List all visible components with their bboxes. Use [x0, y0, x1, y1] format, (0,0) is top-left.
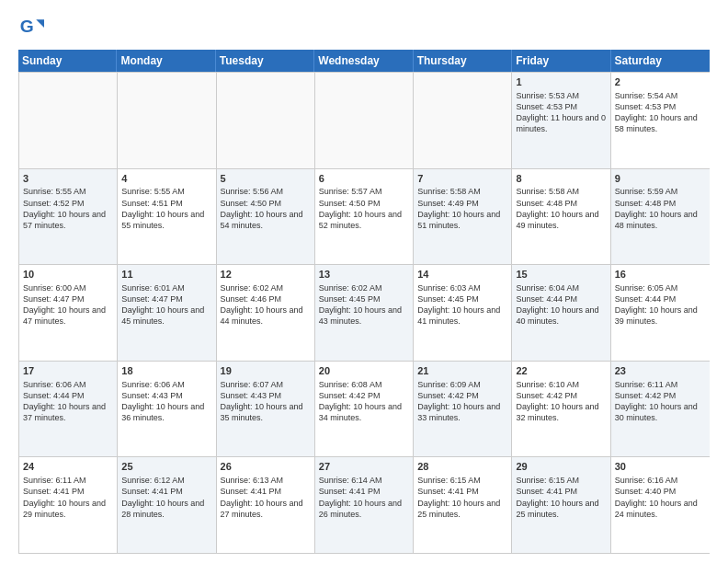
day-info: Sunrise: 5:55 AM Sunset: 4:51 PM Dayligh…: [121, 186, 211, 231]
day-number: 9: [615, 172, 706, 186]
calendar-cell: 7Sunrise: 5:58 AM Sunset: 4:49 PM Daylig…: [414, 169, 512, 265]
calendar-cell: [19, 73, 118, 168]
day-number: 7: [417, 172, 507, 186]
weekday-header: Friday: [512, 50, 610, 72]
calendar-cell: [414, 73, 512, 168]
day-info: Sunrise: 6:11 AM Sunset: 4:41 PM Dayligh…: [23, 475, 113, 520]
calendar-cell: [315, 73, 414, 168]
calendar-cell: 20Sunrise: 6:08 AM Sunset: 4:42 PM Dayli…: [315, 362, 414, 457]
calendar-cell: 24Sunrise: 6:11 AM Sunset: 4:41 PM Dayli…: [19, 457, 118, 553]
day-info: Sunrise: 5:57 AM Sunset: 4:50 PM Dayligh…: [319, 186, 409, 231]
calendar-cell: 8Sunrise: 5:58 AM Sunset: 4:48 PM Daylig…: [512, 169, 610, 265]
calendar-row: 1Sunrise: 5:53 AM Sunset: 4:53 PM Daylig…: [19, 73, 710, 169]
calendar-cell: 12Sunrise: 6:02 AM Sunset: 4:46 PM Dayli…: [217, 265, 315, 361]
calendar-cell: 4Sunrise: 5:55 AM Sunset: 4:51 PM Daylig…: [118, 169, 216, 265]
day-number: 18: [121, 364, 211, 378]
day-number: 6: [319, 172, 409, 186]
day-info: Sunrise: 6:09 AM Sunset: 4:42 PM Dayligh…: [417, 379, 507, 424]
day-number: 26: [221, 460, 311, 474]
day-number: 19: [221, 364, 311, 378]
calendar-cell: 28Sunrise: 6:15 AM Sunset: 4:41 PM Dayli…: [414, 457, 512, 553]
calendar-cell: 13Sunrise: 6:02 AM Sunset: 4:45 PM Dayli…: [315, 265, 414, 361]
day-info: Sunrise: 5:59 AM Sunset: 4:48 PM Dayligh…: [615, 186, 706, 231]
day-number: 3: [23, 172, 113, 186]
day-number: 23: [615, 364, 706, 378]
calendar-cell: 3Sunrise: 5:55 AM Sunset: 4:52 PM Daylig…: [19, 169, 118, 265]
day-number: 21: [417, 364, 507, 378]
calendar: SundayMondayTuesdayWednesdayThursdayFrid…: [18, 50, 710, 554]
calendar-cell: 18Sunrise: 6:06 AM Sunset: 4:43 PM Dayli…: [118, 362, 216, 457]
weekday-header: Tuesday: [216, 50, 314, 72]
calendar-row: 17Sunrise: 6:06 AM Sunset: 4:44 PM Dayli…: [19, 362, 710, 458]
calendar-cell: 26Sunrise: 6:13 AM Sunset: 4:41 PM Dayli…: [217, 457, 315, 553]
day-number: 14: [417, 268, 507, 282]
calendar-cell: [217, 73, 315, 168]
day-number: 24: [23, 460, 113, 474]
calendar-cell: 9Sunrise: 5:59 AM Sunset: 4:48 PM Daylig…: [611, 169, 710, 265]
day-number: 13: [319, 268, 409, 282]
calendar-cell: 15Sunrise: 6:04 AM Sunset: 4:44 PM Dayli…: [512, 265, 610, 361]
calendar-cell: 11Sunrise: 6:01 AM Sunset: 4:47 PM Dayli…: [118, 265, 216, 361]
calendar-cell: 22Sunrise: 6:10 AM Sunset: 4:42 PM Dayli…: [512, 362, 610, 457]
calendar-cell: 30Sunrise: 6:16 AM Sunset: 4:40 PM Dayli…: [611, 457, 710, 553]
day-number: 2: [615, 75, 706, 89]
svg-text:G: G: [20, 17, 34, 36]
day-info: Sunrise: 6:07 AM Sunset: 4:43 PM Dayligh…: [221, 379, 311, 424]
day-number: 27: [319, 460, 409, 474]
day-info: Sunrise: 6:15 AM Sunset: 4:41 PM Dayligh…: [417, 475, 507, 520]
day-info: Sunrise: 5:54 AM Sunset: 4:53 PM Dayligh…: [615, 90, 706, 135]
day-info: Sunrise: 6:08 AM Sunset: 4:42 PM Dayligh…: [319, 379, 409, 424]
weekday-header: Thursday: [414, 50, 512, 72]
day-number: 5: [221, 172, 311, 186]
calendar-cell: 25Sunrise: 6:12 AM Sunset: 4:41 PM Dayli…: [118, 457, 216, 553]
day-info: Sunrise: 5:56 AM Sunset: 4:50 PM Dayligh…: [221, 186, 311, 231]
logo: G: [18, 15, 48, 40]
day-info: Sunrise: 5:58 AM Sunset: 4:48 PM Dayligh…: [516, 186, 606, 231]
calendar-cell: 19Sunrise: 6:07 AM Sunset: 4:43 PM Dayli…: [217, 362, 315, 457]
calendar-row: 10Sunrise: 6:00 AM Sunset: 4:47 PM Dayli…: [19, 265, 710, 362]
day-info: Sunrise: 6:10 AM Sunset: 4:42 PM Dayligh…: [516, 379, 606, 424]
day-number: 12: [221, 268, 311, 282]
day-number: 4: [121, 172, 211, 186]
calendar-cell: 6Sunrise: 5:57 AM Sunset: 4:50 PM Daylig…: [315, 169, 414, 265]
day-number: 22: [516, 364, 606, 378]
calendar-cell: 10Sunrise: 6:00 AM Sunset: 4:47 PM Dayli…: [19, 265, 118, 361]
header: G: [18, 15, 710, 40]
day-info: Sunrise: 6:14 AM Sunset: 4:41 PM Dayligh…: [319, 475, 409, 520]
svg-marker-1: [36, 19, 44, 28]
logo-icon: G: [18, 15, 44, 40]
day-info: Sunrise: 6:02 AM Sunset: 4:45 PM Dayligh…: [319, 282, 409, 327]
day-info: Sunrise: 6:04 AM Sunset: 4:44 PM Dayligh…: [516, 282, 606, 327]
day-info: Sunrise: 6:11 AM Sunset: 4:42 PM Dayligh…: [615, 379, 706, 424]
weekday-header: Saturday: [611, 50, 710, 72]
day-info: Sunrise: 6:16 AM Sunset: 4:40 PM Dayligh…: [615, 475, 706, 520]
day-number: 20: [319, 364, 409, 378]
day-info: Sunrise: 6:06 AM Sunset: 4:44 PM Dayligh…: [23, 379, 113, 424]
day-info: Sunrise: 6:13 AM Sunset: 4:41 PM Dayligh…: [221, 475, 311, 520]
calendar-cell: 27Sunrise: 6:14 AM Sunset: 4:41 PM Dayli…: [315, 457, 414, 553]
calendar-row: 3Sunrise: 5:55 AM Sunset: 4:52 PM Daylig…: [19, 169, 710, 266]
calendar-cell: 29Sunrise: 6:15 AM Sunset: 4:41 PM Dayli…: [512, 457, 610, 553]
calendar-cell: 14Sunrise: 6:03 AM Sunset: 4:45 PM Dayli…: [414, 265, 512, 361]
day-number: 16: [615, 268, 706, 282]
day-number: 1: [516, 75, 606, 89]
calendar-cell: 23Sunrise: 6:11 AM Sunset: 4:42 PM Dayli…: [611, 362, 710, 457]
day-number: 30: [615, 460, 706, 474]
weekday-header: Monday: [117, 50, 215, 72]
day-number: 17: [23, 364, 113, 378]
calendar-cell: [118, 73, 216, 168]
day-info: Sunrise: 6:06 AM Sunset: 4:43 PM Dayligh…: [121, 379, 211, 424]
calendar-row: 24Sunrise: 6:11 AM Sunset: 4:41 PM Dayli…: [19, 457, 710, 554]
day-info: Sunrise: 5:58 AM Sunset: 4:49 PM Dayligh…: [417, 186, 507, 231]
day-number: 11: [121, 268, 211, 282]
day-number: 29: [516, 460, 606, 474]
day-info: Sunrise: 5:55 AM Sunset: 4:52 PM Dayligh…: [23, 186, 113, 231]
day-number: 25: [121, 460, 211, 474]
day-info: Sunrise: 5:53 AM Sunset: 4:53 PM Dayligh…: [516, 90, 606, 135]
day-number: 8: [516, 172, 606, 186]
day-number: 15: [516, 268, 606, 282]
weekday-header: Wednesday: [314, 50, 413, 72]
calendar-cell: 2Sunrise: 5:54 AM Sunset: 4:53 PM Daylig…: [611, 73, 710, 168]
day-number: 10: [23, 268, 113, 282]
calendar-body: 1Sunrise: 5:53 AM Sunset: 4:53 PM Daylig…: [18, 72, 710, 554]
